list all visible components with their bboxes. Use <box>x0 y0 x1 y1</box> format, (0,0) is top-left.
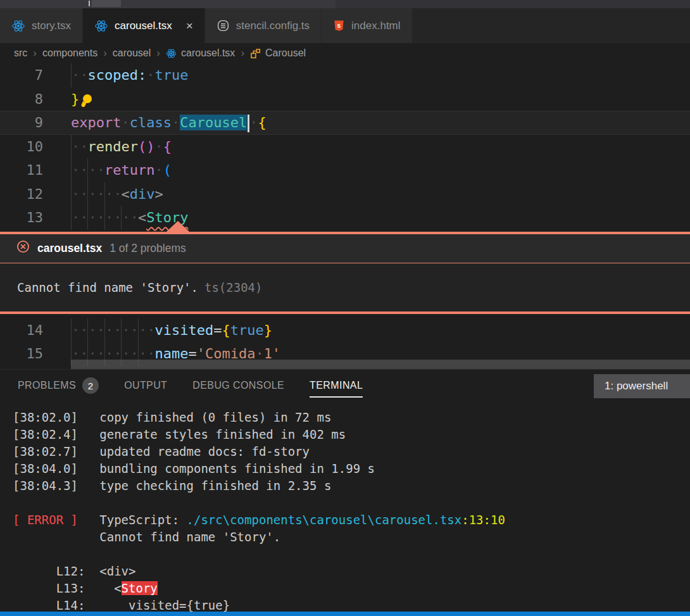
code-lines-top: 7··scoped:·true8}9export·class·Carousel·… <box>0 63 690 230</box>
line-number[interactable]: 11 <box>0 158 71 182</box>
editor-tab-bar: story.tsx carousel.tsx × stenc <box>0 8 690 43</box>
problems-count-badge: 2 <box>82 377 99 394</box>
line-number[interactable]: 8 <box>0 87 71 111</box>
class-symbol-icon <box>250 48 261 59</box>
tab-label: story.tsx <box>32 20 71 32</box>
code-line-12[interactable]: 12······<div> <box>0 182 690 206</box>
peek-header[interactable]: carousel.tsx 1 of 2 problems <box>0 234 690 263</box>
tab-terminal[interactable]: TERMINAL <box>310 380 363 391</box>
react-icon <box>11 19 25 33</box>
terminal-text: [ ERROR ] <box>13 513 78 527</box>
line-number[interactable]: 10 <box>0 135 71 159</box>
chevron-right-icon: › <box>241 47 244 60</box>
terminal-line <box>13 546 690 563</box>
code-content: export·class·Carousel·{ <box>71 111 267 135</box>
tab-label: index.html <box>351 20 400 32</box>
editor-horizontal-scrollbar[interactable] <box>71 360 690 369</box>
code-content: } <box>71 87 92 111</box>
stencil-icon <box>216 19 230 32</box>
tab-label: stencil.config.ts <box>236 20 310 32</box>
code-lines-bottom: 14··········visited={true}15··········na… <box>0 318 690 366</box>
tab-carousel-tsx[interactable]: carousel.tsx × <box>83 8 205 43</box>
titlebar <box>0 0 690 8</box>
line-number[interactable]: 13 <box>0 206 71 230</box>
breadcrumb: src › components › carousel › carousel.t… <box>0 43 690 63</box>
indent-guide: ·· <box>71 182 87 206</box>
breadcrumb-item-carousel-symbol[interactable]: Carousel <box>250 47 306 59</box>
breadcrumb-item-carousel-tsx[interactable]: carousel.tsx <box>166 47 235 59</box>
code-token: { <box>163 139 172 154</box>
chevron-right-icon: › <box>156 47 160 60</box>
terminal-line: L12: <div> <box>13 563 690 580</box>
peek-message-row[interactable]: Cannot find name 'Story'. ts(2304) <box>0 263 690 311</box>
code-token: · <box>249 115 258 130</box>
terminal-line: L13: <Story <box>13 580 690 597</box>
terminal-text: TypeScript: <box>78 513 187 527</box>
terminal-line: Cannot find name 'Story'. <box>13 529 690 546</box>
indent-guide: ·· <box>104 182 121 206</box>
chevron-right-icon: › <box>103 47 107 60</box>
code-line-7[interactable]: 7··scoped:·true <box>0 63 690 87</box>
indent-guide: ·· <box>71 135 87 159</box>
code-line-8[interactable]: 8} <box>0 87 690 111</box>
line-number[interactable]: 14 <box>0 318 71 343</box>
code-token: ( <box>163 162 172 178</box>
code-line-14[interactable]: 14··········visited={true} <box>0 318 690 343</box>
tab-story-tsx[interactable]: story.tsx <box>0 8 83 43</box>
tab-problems[interactable]: PROBLEMS 2 <box>18 377 99 394</box>
chevron-right-icon: › <box>33 47 37 60</box>
tab-stencil-config-ts[interactable]: stencil.config.ts <box>205 8 322 43</box>
terminal-line <box>13 494 690 512</box>
peek-error-message: Cannot find name 'Story'. <box>17 280 198 294</box>
line-number[interactable]: 7 <box>0 63 71 87</box>
code-line-10[interactable]: 10··render()·{ <box>0 135 690 159</box>
tab-index-html[interactable]: 5 index.html <box>322 8 412 43</box>
breadcrumb-item-components[interactable]: components <box>42 47 97 59</box>
error-peek-widget: carousel.tsx 1 of 2 problems Cannot find… <box>0 232 690 314</box>
code-token: div <box>130 186 155 202</box>
titlebar-right-segment <box>336 0 690 8</box>
indent-guide: ·· <box>87 182 104 206</box>
lightbulb-icon[interactable] <box>82 94 92 105</box>
terminal-output[interactable]: [38:02.0] copy finished (0 files) in 72 … <box>0 401 690 614</box>
code-token: true <box>154 67 188 83</box>
breadcrumb-item-carousel[interactable]: carousel <box>113 47 151 59</box>
indent-guide: ·· <box>121 206 137 230</box>
code-line-11[interactable]: 11····return·( <box>0 158 690 182</box>
error-circle-icon <box>16 240 30 257</box>
code-line-9[interactable]: 9export·class·Carousel·{ <box>0 111 690 135</box>
line-number[interactable]: 12 <box>0 182 71 206</box>
code-token: · <box>154 162 163 178</box>
svg-text:5: 5 <box>337 22 341 29</box>
react-icon <box>166 48 177 59</box>
tab-output[interactable]: OUTPUT <box>124 380 167 391</box>
terminal-text: L12: <div> <box>13 564 135 578</box>
terminal-text: L13: < <box>13 581 122 595</box>
code-token: · <box>172 115 180 130</box>
code-content: ······<div> <box>71 182 163 206</box>
code-token: () <box>138 139 155 154</box>
peek-arrow-icon <box>166 221 189 232</box>
code-token: export <box>71 115 121 130</box>
code-token: · <box>154 139 163 154</box>
terminal-error-highlight: Story <box>122 581 158 595</box>
code-token: · <box>121 115 129 130</box>
terminal-line: [38:02.7] updated readme docs: fd-story <box>13 443 690 460</box>
indent-guide: ·· <box>71 206 87 230</box>
code-line-13[interactable]: 13········<Story <box>0 206 690 230</box>
close-icon[interactable]: × <box>186 20 193 32</box>
breadcrumb-item-src[interactable]: src <box>14 47 27 59</box>
code-content: ····return·( <box>71 158 172 182</box>
code-editor[interactable]: 7··scoped:·true8}9export·class·Carousel·… <box>0 63 690 369</box>
terminal-text: [38:02.4] generate styles finished in 40… <box>13 427 346 441</box>
tab-debug-console[interactable]: DEBUG CONSOLE <box>192 380 284 391</box>
panel-tabs: PROBLEMS 2 OUTPUT DEBUG CONSOLE TERMINAL… <box>0 370 690 401</box>
terminal-line: [38:02.4] generate styles finished in 40… <box>13 426 690 443</box>
line-number[interactable]: 15 <box>0 342 71 366</box>
line-number[interactable]: 9 <box>0 111 71 135</box>
terminal-line: [38:04.0] bundling components finished i… <box>13 460 690 477</box>
titlebar-widget-fragment <box>92 0 121 7</box>
terminal-shell-selector[interactable]: 1: powershell <box>594 374 690 398</box>
peek-problem-count: 1 of 2 problems <box>110 242 186 255</box>
code-content: ··render()·{ <box>71 135 172 159</box>
